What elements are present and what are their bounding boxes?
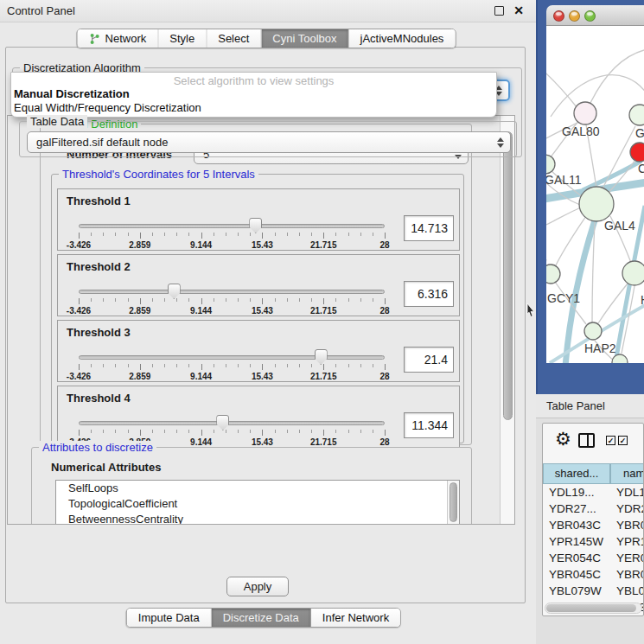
numerical-attributes-label: Numerical Attributes: [51, 461, 161, 474]
slider-track[interactable]: [79, 355, 385, 360]
network-canvas[interactable]: GAL80GACGAL11GAL4GCY1HHAP2: [546, 26, 644, 363]
network-window-titlebar[interactable]: [546, 5, 644, 26]
close-icon[interactable]: ✕: [513, 3, 524, 17]
node-bottom-partial[interactable]: [612, 354, 628, 363]
threshold-value-field[interactable]: 21.4: [404, 347, 454, 373]
slider-tick-labels: -3.4262.8599.14415.4321.71528: [79, 306, 385, 316]
slider-track[interactable]: [79, 290, 385, 294]
node-label: GAL4: [604, 219, 635, 233]
threshold-label: Threshold 1: [67, 194, 131, 207]
table-row[interactable]: YIL052CYIL0: [543, 615, 644, 616]
network-icon: [89, 33, 101, 45]
tab-cyni-toolbox[interactable]: Cyni Toolbox: [261, 29, 348, 48]
tab-infer-network[interactable]: Infer Network: [311, 609, 400, 627]
slider-thumb[interactable]: [315, 349, 328, 365]
tab-select[interactable]: Select: [207, 29, 261, 48]
slider-tick-labels: -3.4262.8599.14415.4321.71528: [79, 240, 385, 251]
threshold-value-field[interactable]: 11.344: [404, 412, 454, 438]
mouse-cursor: [526, 303, 537, 318]
threshold-value-field[interactable]: 6.316: [404, 281, 454, 307]
thresholds-group-title: Threshold's Coordinates for 5 Intervals: [59, 168, 258, 181]
slider-thumb[interactable]: [216, 415, 229, 430]
float-window-icon[interactable]: [494, 6, 504, 16]
table-row[interactable]: YDR27...YDR2: [543, 501, 644, 517]
settings-scroll-area: Interval Definition Number of Intervals …: [7, 115, 515, 525]
node-label: GAL11: [546, 173, 582, 187]
algorithm-placeholder-option[interactable]: Select algorithm to view settings: [11, 73, 496, 87]
threshold-label: Threshold 2: [67, 260, 131, 273]
table-toolbar: ⚙ ✓ ✓: [543, 424, 643, 462]
threshold-label: Threshold 3: [67, 326, 131, 339]
minimize-light[interactable]: [569, 10, 580, 22]
attribute-list-item[interactable]: TopologicalCoefficient: [56, 496, 459, 512]
slider-ticks: [79, 364, 385, 371]
tab-style[interactable]: Style: [158, 29, 207, 48]
node-right-mid[interactable]: [622, 261, 644, 285]
node-gcy1[interactable]: [546, 265, 560, 284]
threshold-slider[interactable]: -3.4262.8599.14415.4321.71528: [79, 220, 385, 250]
slider-track[interactable]: [79, 224, 385, 228]
table-row[interactable]: YBR045CYBR0: [543, 566, 644, 583]
settings-vertical-scrollbar[interactable]: [500, 116, 514, 524]
node-label: GCY1: [547, 291, 580, 305]
table-row[interactable]: YBR043CYBR0: [543, 517, 644, 533]
scrollbar-thumb[interactable]: [503, 131, 513, 420]
node-red[interactable]: [630, 143, 644, 162]
table-header-row: shared... name: [543, 463, 644, 484]
table-data-select[interactable]: galFiltered.sif default node: [27, 131, 511, 153]
table-row[interactable]: YBL079WYBL0: [543, 583, 644, 599]
threshold-slider[interactable]: -3.4262.8599.14415.4321.71528: [79, 352, 385, 381]
close-light[interactable]: [553, 10, 564, 22]
table-panel-titlebar: Table Panel: [536, 394, 644, 418]
scrollbar-thumb[interactable]: [546, 604, 636, 612]
node-top-right[interactable]: [629, 105, 644, 125]
table-browser-window: ⚙ ✓ ✓ shared... name YDL19...YDL1YDR27..…: [542, 423, 644, 616]
split-columns-icon[interactable]: [578, 433, 595, 448]
control-panel: Control Panel ✕ NetworkStyleSelectCyni T…: [0, 0, 536, 644]
zoom-light[interactable]: [584, 10, 596, 22]
slider-tick-labels: -3.4262.8599.14415.4321.71528: [79, 372, 385, 382]
threshold-panel: Threshold 2-3.4262.8599.14415.4321.71528…: [57, 254, 460, 316]
threshold-value-field[interactable]: 14.713: [404, 215, 454, 241]
select-columns-icon[interactable]: ✓: [606, 436, 615, 445]
control-panel-title: Control Panel: [7, 4, 75, 17]
control-panel-tabbar: NetworkStyleSelectCyni ToolboxjActiveMNo…: [77, 29, 456, 48]
table-horizontal-scrollbar[interactable]: [545, 603, 642, 614]
slider-thumb[interactable]: [249, 218, 262, 233]
apply-button[interactable]: Apply: [226, 577, 289, 596]
scrollbar-thumb[interactable]: [450, 482, 457, 522]
slider-thumb[interactable]: [168, 284, 181, 299]
attribute-list-item[interactable]: BetweennessCentrality: [56, 512, 459, 525]
table-panel-title: Table Panel: [546, 399, 605, 412]
table-row[interactable]: YER054CYER0: [543, 550, 644, 566]
tab-impute-data[interactable]: Impute Data: [127, 609, 212, 627]
column-header-name[interactable]: name: [610, 463, 644, 484]
cyni-mode-tabbar: Impute DataDiscretize DataInfer Network: [126, 608, 401, 628]
algorithm-popup-items: Manual DiscretizationEqual Width/Frequen…: [11, 87, 496, 115]
slider-track[interactable]: [79, 421, 385, 425]
control-panel-titlebar: Control Panel ✕: [0, 0, 536, 22]
algorithm-option[interactable]: Equal Width/Frequency Discretization: [11, 101, 496, 115]
table-row[interactable]: YPR145WYPR1: [543, 533, 644, 550]
tab-network[interactable]: Network: [78, 29, 159, 48]
thresholds-group: Threshold's Coordinates for 5 Intervals …: [51, 174, 464, 443]
tab-discretize-data[interactable]: Discretize Data: [212, 609, 311, 627]
gear-icon[interactable]: ⚙: [555, 429, 571, 450]
select-all-columns-icon[interactable]: ✓: [618, 436, 628, 445]
node-hap2[interactable]: [584, 322, 602, 340]
right-pane: GAL80GACGAL11GAL4GCY1HHAP2 Table Panel ⚙…: [536, 0, 644, 644]
threshold-slider[interactable]: -3.4262.8599.14415.4321.71528: [79, 286, 385, 316]
algorithm-option[interactable]: Manual Discretization: [11, 87, 496, 101]
node-gal4[interactable]: [579, 187, 614, 221]
numerical-attributes-list[interactable]: SelfLoopsTopologicalCoefficientBetweenne…: [55, 480, 460, 525]
attribute-list-item[interactable]: SelfLoops: [56, 481, 459, 496]
node-label: HAP2: [584, 341, 616, 355]
node-gal80[interactable]: [574, 102, 596, 124]
column-header-shared-name[interactable]: shared...: [543, 463, 610, 484]
node-gal11[interactable]: [546, 155, 555, 174]
tab-jactivemnodules[interactable]: jActiveMNodules: [349, 29, 456, 48]
combo-arrows-icon: [497, 137, 504, 148]
table-row[interactable]: YDL19...YDL1: [543, 484, 644, 501]
attributes-list-scrollbar[interactable]: [447, 481, 459, 525]
network-edge: [546, 207, 581, 225]
